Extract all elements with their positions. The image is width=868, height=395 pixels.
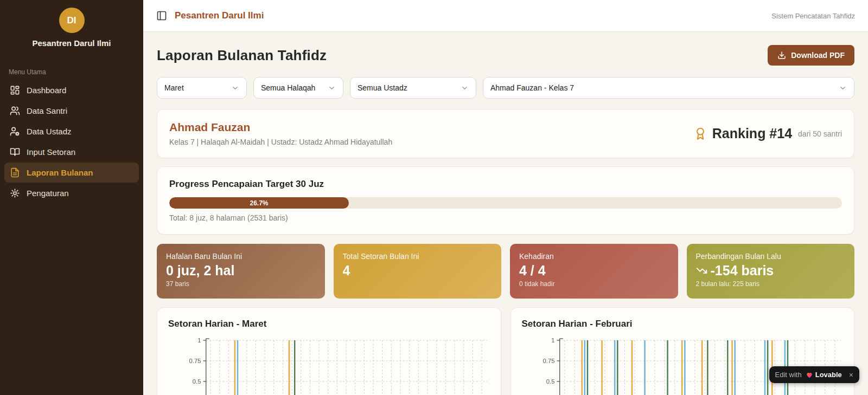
santri-filter-value: Ahmad Fauzan - Kelas 7 [490, 83, 574, 92]
app-logo: DI [59, 8, 85, 33]
sidebar-item-data-ustadz[interactable]: Data Ustadz [4, 121, 139, 141]
award-icon [693, 127, 707, 141]
stat-sub: 2 bulan lalu: 225 baris [696, 280, 846, 288]
lovable-brand: Lovable [806, 371, 842, 379]
chevron-down-icon [461, 84, 469, 92]
svg-text:1: 1 [551, 337, 554, 344]
stat-title: Perbandingan Bulan Lalu [696, 252, 846, 261]
chevron-down-icon [231, 84, 239, 92]
progress-total-label: Total: 8 juz, 8 halaman (2531 baris) [169, 213, 842, 222]
user-cog-icon [10, 126, 20, 137]
download-icon [777, 51, 786, 60]
ustadz-filter-value: Semua Ustadz [358, 83, 407, 92]
sidebar-item-dashboard[interactable]: Dashboard [4, 80, 139, 100]
chevron-down-icon [839, 84, 847, 92]
svg-text:0.5: 0.5 [546, 378, 554, 385]
stat-title: Kehadiran [519, 252, 669, 261]
users-icon [10, 106, 20, 116]
stat-value: -154 baris [711, 263, 774, 279]
stat-value: 4 [343, 263, 350, 279]
santri-filter-select[interactable]: Ahmad Fauzan - Kelas 7 [483, 77, 854, 99]
stat-card-total-setoran: Total Setoran Bulan Ini 4 [334, 244, 502, 299]
month-filter-select[interactable]: Maret [157, 77, 247, 99]
close-icon[interactable]: × [849, 371, 853, 379]
chart-card-maret: Setoran Harian - Maret 10.750.5 [157, 307, 501, 395]
menu-section-label: Menu Utama [9, 68, 143, 76]
stat-sub: 0 tidak hadir [519, 280, 669, 288]
sidebar-item-label: Data Santri [27, 106, 67, 115]
ustadz-filter-select[interactable]: Semua Ustadz [350, 77, 476, 99]
main-content: Laporan Bulanan Tahfidz Download PDF Mar… [143, 32, 868, 395]
svg-text:0.75: 0.75 [189, 358, 201, 364]
sidebar: DI Pesantren Darul Ilmi Menu Utama Dashb… [0, 0, 143, 395]
stat-sub [343, 280, 493, 287]
stat-sub: 37 baris [166, 280, 316, 288]
sidebar-item-laporan-bulanan[interactable]: Laporan Bulanan [4, 163, 139, 183]
stat-card-kehadiran: Kehadiran 4 / 4 0 tidak hadir [510, 244, 678, 299]
topbar-subtitle: Sistem Pencatatan Tahfidz [771, 12, 855, 20]
chart-row: Setoran Harian - Maret 10.750.5 Setoran … [157, 307, 854, 395]
halaqah-filter-select[interactable]: Semua Halaqah [253, 77, 343, 99]
stat-title: Hafalan Baru Bulan Ini [166, 252, 316, 261]
main-menu: Dashboard Data Santri Data Ustadz Input … [0, 80, 143, 203]
student-info-card: Ahmad Fauzan Kelas 7 | Halaqah Al-Maidah… [157, 109, 854, 158]
setoran-harian-maret-chart: 10.750.5 [168, 336, 490, 395]
lovable-brand-label: Lovable [815, 371, 842, 379]
book-open-icon [10, 147, 20, 157]
stat-value: 0 juz, 2 hal [166, 263, 234, 279]
progress-card: Progress Pencapaian Target 30 Juz 26.7% … [157, 166, 854, 235]
stat-cards: Hafalan Baru Bulan Ini 0 juz, 2 hal 37 b… [157, 244, 854, 299]
month-filter-value: Maret [164, 83, 184, 92]
student-name: Ahmad Fauzan [169, 121, 392, 134]
student-meta: Kelas 7 | Halaqah Al-Maidah | Ustadz: Us… [169, 138, 392, 146]
stat-value: 4 / 4 [519, 263, 546, 279]
gear-icon [10, 188, 20, 198]
page-title: Laporan Bulanan Tahfidz [157, 47, 327, 64]
sidebar-toggle-icon[interactable] [156, 10, 167, 21]
sidebar-item-label: Pengaturan [27, 189, 69, 198]
lovable-heart-icon [806, 371, 813, 379]
svg-text:0.75: 0.75 [542, 358, 554, 364]
topbar: Pesantren Darul Ilmi Sistem Pencatatan T… [143, 0, 868, 32]
chevron-down-icon [328, 84, 336, 92]
stat-card-hafalan-baru: Hafalan Baru Bulan Ini 0 juz, 2 hal 37 b… [157, 244, 325, 299]
stat-title: Total Setoran Bulan Ini [343, 252, 493, 261]
svg-text:1: 1 [197, 337, 201, 344]
progress-percent-label: 26.7% [250, 199, 269, 207]
filter-bar: Maret Semua Halaqah Semua Ustadz Ahmad F… [157, 77, 854, 99]
progress-bar: 26.7% [169, 197, 842, 209]
dashboard-icon [10, 85, 20, 95]
sidebar-item-label: Laporan Bulanan [27, 168, 93, 177]
sidebar-item-pengaturan[interactable]: Pengaturan [4, 183, 139, 203]
ranking: Ranking #14 dari 50 santri [693, 126, 842, 141]
sidebar-item-data-santri[interactable]: Data Santri [4, 101, 139, 121]
trending-down-icon [696, 265, 707, 276]
setoran-harian-februari-chart: 10.750.5 [522, 336, 844, 395]
sidebar-item-input-setoran[interactable]: Input Setoran [4, 142, 139, 162]
sidebar-item-label: Data Ustadz [27, 127, 72, 136]
sidebar-item-label: Input Setoran [27, 147, 75, 157]
file-text-icon [10, 167, 20, 178]
progress-title: Progress Pencapaian Target 30 Juz [169, 179, 842, 190]
download-pdf-button[interactable]: Download PDF [768, 45, 854, 66]
lovable-prefix: Edit with [775, 371, 802, 379]
ranking-sub: dari 50 santri [798, 129, 842, 138]
download-pdf-label: Download PDF [791, 51, 845, 60]
chart-title: Setoran Harian - Maret [168, 319, 490, 329]
stat-card-perbandingan: Perbandingan Bulan Lalu -154 baris 2 bul… [687, 244, 855, 299]
svg-text:0.5: 0.5 [193, 378, 201, 385]
lovable-badge[interactable]: Edit with Lovable × [769, 366, 859, 383]
sidebar-app-title: Pesantren Darul Ilmi [32, 38, 111, 48]
topbar-brand: Pesantren Darul Ilmi [175, 10, 264, 21]
ranking-label: Ranking #14 [712, 126, 792, 141]
chart-title: Setoran Harian - Februari [522, 319, 844, 329]
halaqah-filter-value: Semua Halaqah [261, 83, 315, 92]
progress-fill: 26.7% [169, 197, 349, 209]
sidebar-item-label: Dashboard [27, 86, 66, 95]
